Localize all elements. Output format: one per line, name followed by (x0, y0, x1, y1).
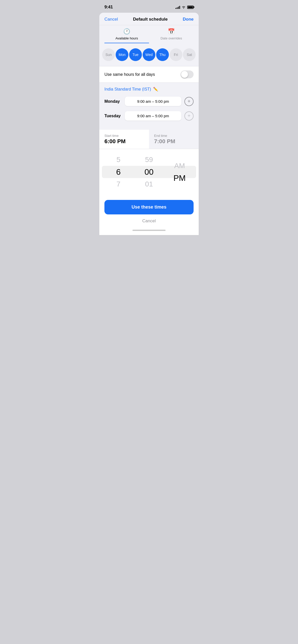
day-selector: Sun Mon Tue Wed Thu Fri Sat (99, 43, 199, 66)
cancel-button[interactable]: Cancel (104, 17, 118, 22)
battery-icon (187, 6, 194, 9)
same-hours-toggle-row: Use same hours for all days (99, 66, 199, 83)
period-item-am: AM (164, 160, 195, 172)
minute-item-59: 59 (134, 154, 164, 166)
period-item-pm: PM (164, 172, 195, 184)
end-time-value: 7:00 PM (154, 138, 194, 145)
start-time-value: 6:00 PM (104, 138, 144, 145)
edit-icon[interactable]: ✏️ (153, 87, 158, 92)
hour-item-6: 6 (103, 166, 134, 178)
day-sat[interactable]: Sat (183, 48, 196, 61)
hour-column[interactable]: 5 6 7 (103, 149, 134, 195)
status-bar: 9:41 (99, 0, 199, 13)
hour-item-7: 7 (103, 178, 134, 190)
tab-date-overrides[interactable]: 📅 Date overrides (149, 28, 194, 43)
tab-date-overrides-label: Date overrides (160, 36, 182, 40)
wifi-icon (182, 6, 186, 9)
tuesday-add-button[interactable]: + (184, 111, 194, 121)
end-time-tab[interactable]: End time 7:00 PM (149, 130, 199, 149)
page-title: Default schedule (133, 17, 168, 22)
monday-label: Monday (104, 99, 125, 104)
main-card: Cancel Default schedule Done 🕐 Available… (99, 13, 199, 130)
done-button[interactable]: Done (183, 17, 194, 22)
day-tue[interactable]: Tue (129, 48, 142, 61)
minute-item-00: 00 (134, 166, 164, 178)
same-hours-label: Use same hours for all days (104, 72, 155, 77)
tab-available-hours-label: Available hours (115, 36, 138, 40)
picker-columns: 5 6 7 59 00 01 AM PM (99, 149, 199, 195)
minute-column[interactable]: 59 00 01 (134, 149, 164, 195)
start-time-label: Start time (104, 134, 144, 138)
cancel-text-button[interactable]: Cancel (99, 214, 199, 228)
tuesday-label: Tuesday (104, 114, 125, 118)
signal-bars-icon (175, 5, 180, 9)
schedule-section: India Standard Time (IST) ✏️ Monday 9:00… (99, 83, 199, 130)
clock-icon: 🕐 (123, 28, 130, 35)
monday-schedule-row: Monday 9:00 am – 5:00 pm + (104, 97, 194, 106)
home-bar (132, 230, 166, 231)
day-wed[interactable]: Wed (143, 48, 155, 61)
monday-add-button[interactable]: + (184, 97, 194, 106)
period-column[interactable]: AM PM (164, 149, 195, 195)
day-mon[interactable]: Mon (116, 48, 128, 61)
day-sun[interactable]: Sun (102, 48, 115, 61)
calendar-icon: 📅 (168, 28, 175, 35)
hour-item-5: 5 (103, 154, 134, 166)
home-indicator (99, 228, 199, 235)
use-these-times-button[interactable]: Use these times (104, 200, 194, 214)
status-icons (175, 5, 194, 9)
day-fri[interactable]: Fri (170, 48, 182, 61)
day-thu[interactable]: Thu (156, 48, 169, 61)
end-time-label: End time (154, 134, 194, 138)
time-picker-drum: 5 6 7 59 00 01 AM PM (99, 149, 199, 195)
start-time-tab[interactable]: Start time 6:00 PM (99, 130, 149, 149)
time-picker-sheet: Start time 6:00 PM End time 7:00 PM 5 6 … (99, 130, 199, 235)
minute-item-01: 01 (134, 178, 164, 190)
timezone-text[interactable]: India Standard Time (IST) (104, 87, 151, 92)
tuesday-schedule-row: Tuesday 9:00 am – 5:00 pm + (104, 111, 194, 121)
same-hours-toggle[interactable] (181, 70, 194, 78)
status-time: 9:41 (104, 5, 113, 10)
time-tabs: Start time 6:00 PM End time 7:00 PM (99, 130, 199, 149)
monday-time-range[interactable]: 9:00 am – 5:00 pm (125, 97, 181, 106)
toggle-knob (181, 71, 188, 78)
tuesday-time-range[interactable]: 9:00 am – 5:00 pm (125, 111, 181, 121)
tabs-row: 🕐 Available hours 📅 Date overrides (99, 25, 199, 43)
nav-bar: Cancel Default schedule Done (99, 13, 199, 25)
tab-available-hours[interactable]: 🕐 Available hours (104, 28, 149, 43)
timezone-row: India Standard Time (IST) ✏️ (104, 87, 194, 92)
